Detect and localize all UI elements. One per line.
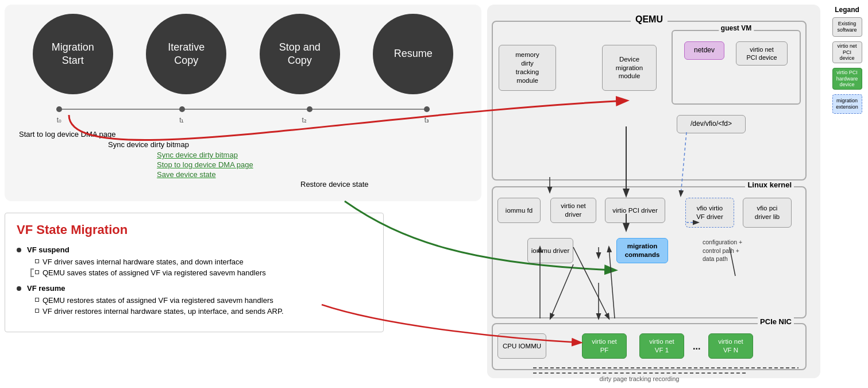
time-t2: t₂ xyxy=(287,116,322,124)
event-1: Sync device dirty bitmap xyxy=(108,140,470,149)
qemu-outer-box: QEMU memory dirty tracking module Device… xyxy=(492,21,807,180)
linux-kernel-box: Linux kernel iommu fd virtio net driver … xyxy=(492,186,807,318)
dot-t1 xyxy=(179,106,185,112)
time-labels: t₀ t₁ t₂ t₃ xyxy=(33,116,453,124)
circle-1: Migration Start xyxy=(33,14,113,94)
virtio-net-driver-box: virtio net driver xyxy=(550,198,596,223)
legend-item-4: migration extension xyxy=(828,94,866,114)
event-2: Sync device dirty bitmap xyxy=(157,151,470,159)
circles-row: Migration Start Iterative Copy Stop and … xyxy=(16,14,470,94)
vfio-virtio-vf-box: vfio virtio VF driver xyxy=(685,198,734,228)
linux-kernel-label: Linux kernel xyxy=(745,180,794,189)
guest-vm-label: guest VM xyxy=(719,24,754,32)
netdev-box: netdev xyxy=(684,41,724,60)
vf-resume-item-2: VF driver restores internal hardware sta… xyxy=(35,307,372,316)
vf-resume-items: QEMU restores states of assigned VF via … xyxy=(17,296,372,316)
square-bullet-4 xyxy=(35,309,39,313)
vf-suspend-item-2: QEMU saves states of assigned VF via reg… xyxy=(35,268,372,277)
config-text: configuration + control path + data path xyxy=(703,238,777,263)
vf-suspend-section: VF suspend VF driver saves internal hard… xyxy=(17,245,372,277)
dirty-page-text: dirty page tracking recording xyxy=(533,372,746,382)
arch-section: QEMU memory dirty tracking module Device… xyxy=(487,5,820,378)
device-migration-box: Device migration module xyxy=(602,45,657,91)
legend-box-2: virtio net PCI device xyxy=(832,41,862,63)
pcie-nic-box: PCIe NIC CPU IOMMU virtio net PF virtio … xyxy=(492,323,807,370)
cpu-iommu-box: CPU IOMMU xyxy=(497,333,546,359)
timeline-section: Migration Start Iterative Copy Stop and … xyxy=(5,5,481,201)
vf-suspend-heading: VF suspend xyxy=(17,245,372,254)
square-bullet-1 xyxy=(35,259,39,263)
time-t1: t₁ xyxy=(164,116,199,124)
event-5: Restore device state xyxy=(300,180,470,189)
time-t0: t₀ xyxy=(42,116,76,124)
iommu-fd-box: iommu fd xyxy=(497,198,541,223)
virtio-net-pci-box: virtio net PCI device xyxy=(736,41,788,66)
dot-t0 xyxy=(56,106,62,112)
guest-vm-box: guest VM netdev virtio net PCI device xyxy=(672,30,801,105)
legend-title: Legand xyxy=(828,6,866,14)
circle-migration-start: Migration Start xyxy=(33,14,113,94)
square-bullet-2 xyxy=(35,270,39,274)
bullet-resume xyxy=(17,286,21,291)
vf-resume-section: VF resume QEMU restores states of assign… xyxy=(17,284,372,316)
virtio-net-pf-box: virtio net PF xyxy=(582,333,627,359)
timeline-dots-row xyxy=(33,105,453,114)
circle-stop-copy: Stop and Copy xyxy=(260,14,340,94)
legend-section: Legand Existing software virtio net PCI … xyxy=(828,6,866,118)
dots-label: ... xyxy=(693,341,700,352)
circle-3: Stop and Copy xyxy=(260,14,340,94)
legend-item-3: virtio PCI hardware device xyxy=(828,68,866,90)
vf-suspend-items: VF driver saves internal hardware states… xyxy=(17,258,372,277)
timeline-line xyxy=(56,109,430,110)
event-0: Start to log device DMA page xyxy=(19,130,470,139)
legend-box-4: migration extension xyxy=(832,94,862,114)
vf-resume-item-1: QEMU restores states of assigned VF via … xyxy=(35,296,372,305)
circle-iterative-copy: Iterative Copy xyxy=(146,14,226,94)
dot-t2 xyxy=(307,106,313,112)
qemu-label: QEMU xyxy=(631,14,668,25)
vf-state-migration-section: VF State Migration VF suspend VF driver … xyxy=(5,213,384,332)
pcie-nic-label: PCIe NIC xyxy=(758,317,794,326)
time-t3: t₃ xyxy=(410,116,444,124)
circle-2: Iterative Copy xyxy=(146,14,226,94)
memory-dirty-box: memory dirty tracking module xyxy=(499,45,556,91)
event-3: Stop to log device DMA page xyxy=(157,160,470,169)
virtio-net-vfn-box: virtio net VF N xyxy=(708,333,753,359)
vf-title: VF State Migration xyxy=(17,222,372,237)
square-bullet-3 xyxy=(35,298,39,302)
legend-item-1: Existing software xyxy=(828,17,866,37)
legend-box-1: Existing software xyxy=(832,17,862,37)
vfio-fd-box: /dev/vfio/<fd> xyxy=(677,115,746,133)
dot-t3 xyxy=(424,106,430,112)
vf-suspend-item-1: VF driver saves internal hardware states… xyxy=(35,258,372,266)
iommu-driver-box: iommu driver xyxy=(527,238,573,263)
virtio-pci-driver-box: virtio PCI driver xyxy=(605,198,665,223)
legend-item-2: virtio net PCI device xyxy=(828,41,866,63)
event-4: Save device state xyxy=(157,170,470,179)
legend-box-3: virtio PCI hardware device xyxy=(832,68,862,90)
vf-resume-heading: VF resume xyxy=(17,284,372,293)
bullet-suspend xyxy=(17,248,21,252)
migration-commands-box: migration commands xyxy=(616,238,668,263)
timeline-events: Start to log device DMA page Sync device… xyxy=(16,130,470,189)
vfio-pci-lib-box: vfio pci driver lib xyxy=(743,198,792,228)
virtio-net-vf1-box: virtio net VF 1 xyxy=(639,333,684,359)
bracket-left xyxy=(30,268,34,277)
circle-resume: Resume xyxy=(373,14,453,94)
circle-4: Resume xyxy=(373,14,453,94)
